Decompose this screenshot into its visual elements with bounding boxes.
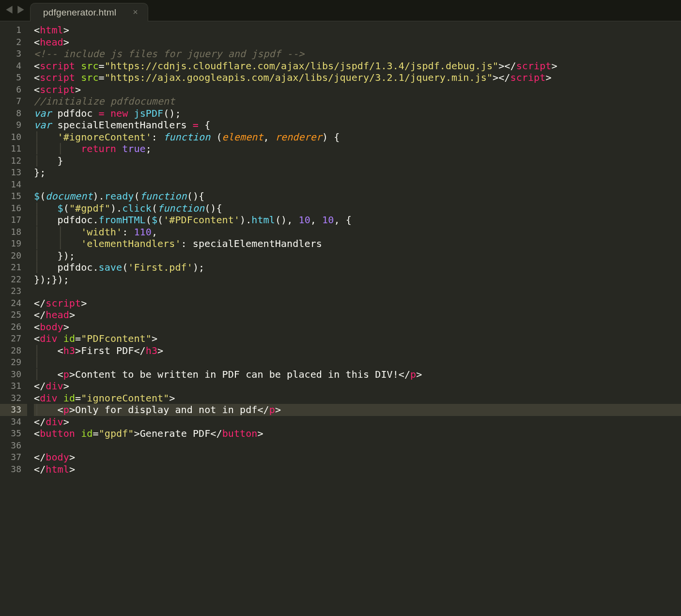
line-number: 22 bbox=[0, 274, 27, 286]
line-number: 36 bbox=[0, 440, 27, 452]
code-line[interactable]: <button id="gpdf">Generate PDF</button> bbox=[34, 428, 681, 440]
nav-forward-icon[interactable] bbox=[17, 6, 24, 14]
line-number: 5 bbox=[0, 72, 27, 84]
line-number: 34 bbox=[0, 416, 27, 428]
line-number: 26 bbox=[0, 321, 27, 333]
code-line[interactable]: }; bbox=[34, 167, 681, 179]
line-number: 31 bbox=[0, 380, 27, 392]
line-number: 16 bbox=[0, 202, 27, 215]
code-line[interactable]: <body> bbox=[34, 321, 681, 333]
line-number: 14 bbox=[0, 179, 27, 191]
line-number: 33 bbox=[0, 404, 27, 416]
code-line[interactable]: </script> bbox=[34, 297, 681, 309]
code-line[interactable]: <div id="ignoreContent"> bbox=[34, 392, 681, 404]
line-number: 25 bbox=[0, 309, 27, 321]
code-line[interactable]: var pdfdoc = new jsPDF(); bbox=[34, 108, 681, 120]
line-number: 9 bbox=[0, 119, 27, 131]
line-number: 7 bbox=[0, 95, 27, 108]
code-line[interactable]: │ │ 'elementHandlers': specialElementHan… bbox=[34, 238, 681, 250]
line-number: 37 bbox=[0, 451, 27, 463]
tab-close-icon[interactable]: × bbox=[133, 7, 138, 17]
tab-active[interactable]: pdfgenerator.html × bbox=[30, 3, 148, 21]
code-line[interactable]: <div id="PDFcontent"> bbox=[34, 333, 681, 345]
code-line[interactable]: $(document).ready(function(){ bbox=[34, 190, 681, 202]
code-line[interactable]: </div> bbox=[34, 380, 681, 392]
tab-bar: pdfgenerator.html × bbox=[0, 0, 681, 21]
nav-arrows bbox=[0, 0, 30, 21]
code-line[interactable]: //initialize pdfdocument bbox=[34, 95, 681, 108]
line-number: 18 bbox=[0, 226, 27, 238]
nav-back-icon[interactable] bbox=[6, 6, 13, 14]
code-line[interactable]: │ bbox=[34, 356, 681, 369]
code-line[interactable]: </div> bbox=[34, 416, 681, 428]
code-line[interactable]: <!-- include js files for jquery and jsp… bbox=[34, 48, 681, 60]
code-line[interactable]: <script src="https://ajax.googleapis.com… bbox=[34, 72, 681, 84]
line-number: 35 bbox=[0, 428, 27, 440]
line-number: 38 bbox=[0, 463, 27, 476]
code-line[interactable]: │ <p>Content to be written in PDF can be… bbox=[34, 369, 681, 381]
line-number: 11 bbox=[0, 143, 27, 155]
line-number: 8 bbox=[0, 108, 27, 120]
line-number-gutter: 1234567891011121314151617181920212223242… bbox=[0, 21, 27, 616]
code-line[interactable]: │ } bbox=[34, 155, 681, 167]
code-line[interactable]: │ }); bbox=[34, 250, 681, 262]
line-number: 29 bbox=[0, 356, 27, 369]
svg-marker-0 bbox=[6, 6, 12, 14]
code-line[interactable]: │ <p>Only for display and not in pdf</p> bbox=[34, 404, 681, 416]
code-line[interactable]: │ <h3>First PDF</h3> bbox=[34, 345, 681, 357]
code-line[interactable] bbox=[34, 285, 681, 297]
code-line[interactable]: </head> bbox=[34, 309, 681, 321]
code-line[interactable]: │ │ 'width': 110, bbox=[34, 226, 681, 238]
line-number: 1 bbox=[0, 24, 27, 36]
svg-marker-1 bbox=[17, 6, 24, 14]
editor[interactable]: 1234567891011121314151617181920212223242… bbox=[0, 21, 681, 616]
line-number: 12 bbox=[0, 155, 27, 167]
code-line[interactable]: </html> bbox=[34, 463, 681, 476]
code-line[interactable]: <script> bbox=[34, 84, 681, 96]
code-line[interactable]: │ pdfdoc.save('First.pdf'); bbox=[34, 262, 681, 274]
line-number: 6 bbox=[0, 84, 27, 96]
line-number: 4 bbox=[0, 60, 27, 72]
line-number: 27 bbox=[0, 333, 27, 345]
line-number: 2 bbox=[0, 36, 27, 48]
code-line[interactable]: var specialElementHandlers = { bbox=[34, 119, 681, 131]
line-number: 19 bbox=[0, 238, 27, 250]
code-area[interactable]: <html><head><!-- include js files for jq… bbox=[27, 21, 681, 616]
tab-title: pdfgenerator.html bbox=[43, 7, 116, 18]
code-line[interactable]: </body> bbox=[34, 451, 681, 463]
code-line[interactable]: <html> bbox=[34, 24, 681, 36]
code-line[interactable] bbox=[34, 179, 681, 191]
line-number: 21 bbox=[0, 262, 27, 274]
code-line[interactable]: });}); bbox=[34, 274, 681, 286]
line-number: 15 bbox=[0, 190, 27, 202]
line-number: 32 bbox=[0, 392, 27, 404]
line-number: 24 bbox=[0, 297, 27, 309]
line-number: 28 bbox=[0, 345, 27, 357]
code-line[interactable]: │ '#ignoreContent': function (element, r… bbox=[34, 131, 681, 143]
code-line[interactable]: <head> bbox=[34, 36, 681, 48]
line-number: 13 bbox=[0, 167, 27, 179]
code-line[interactable]: │ pdfdoc.fromHTML($('#PDFcontent').html(… bbox=[34, 214, 681, 226]
line-number: 20 bbox=[0, 250, 27, 262]
code-line[interactable]: │ │ return true; bbox=[34, 143, 681, 155]
line-number: 10 bbox=[0, 131, 27, 143]
code-line[interactable]: <script src="https://cdnjs.cloudflare.co… bbox=[34, 60, 681, 72]
line-number: 3 bbox=[0, 48, 27, 60]
code-line[interactable]: │ $("#gpdf").click(function(){ bbox=[34, 202, 681, 215]
code-line[interactable] bbox=[34, 440, 681, 452]
line-number: 17 bbox=[0, 214, 27, 226]
line-number: 23 bbox=[0, 285, 27, 297]
line-number: 30 bbox=[0, 369, 27, 381]
